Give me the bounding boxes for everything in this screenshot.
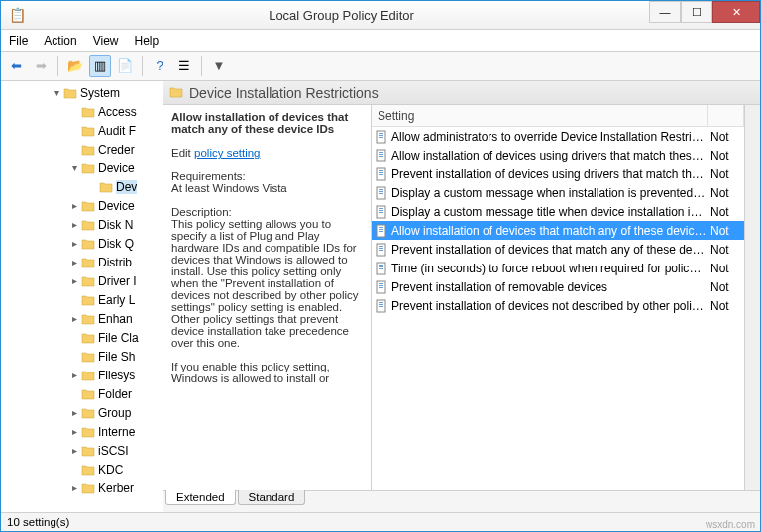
menu-help[interactable]: Help [135, 34, 160, 48]
tree-item[interactable]: File Cla [1, 328, 163, 347]
menu-action[interactable]: Action [44, 34, 76, 48]
column-setting[interactable]: Setting [372, 105, 708, 126]
list-row[interactable]: Display a custom message when installati… [372, 183, 744, 202]
tree-item-label: iSCSI [98, 444, 129, 458]
folder-icon [80, 370, 96, 381]
menu-file[interactable]: File [9, 34, 28, 48]
heading-row: Device Installation Restrictions [163, 81, 760, 105]
expand-icon[interactable]: ▸ [68, 407, 80, 418]
tree-item[interactable]: ▸iSCSI [1, 441, 163, 460]
help-button[interactable]: ? [149, 55, 170, 77]
svg-rect-9 [379, 170, 383, 171]
expand-icon[interactable]: ▸ [68, 482, 80, 493]
export-button[interactable]: 📄 [114, 55, 136, 77]
back-button[interactable]: ⬅ [5, 55, 27, 77]
folder-icon [80, 144, 96, 156]
list-row[interactable]: Prevent installation of devices using dr… [372, 164, 744, 183]
expand-icon[interactable]: ▾ [68, 162, 80, 173]
tab-extended[interactable]: Extended [165, 490, 236, 505]
tree-item[interactable]: ▸Driver I [1, 271, 163, 290]
list-row[interactable]: Allow installation of devices using driv… [372, 146, 744, 164]
list-row[interactable]: Display a custom message title when devi… [372, 202, 744, 221]
list-header[interactable]: Setting [372, 105, 744, 127]
up-button[interactable]: 📂 [64, 55, 86, 77]
list-row[interactable]: Time (in seconds) to force reboot when r… [372, 259, 744, 277]
tree-item[interactable]: Audit F [1, 121, 163, 140]
menu-view[interactable]: View [93, 34, 119, 48]
tree-item[interactable]: Early L [1, 290, 163, 309]
expand-icon[interactable]: ▸ [68, 200, 80, 211]
svg-rect-6 [379, 154, 383, 155]
policy-icon [372, 299, 391, 313]
tree-item-label: File Cla [98, 331, 139, 345]
tree-item[interactable]: ▸Interne [1, 422, 163, 441]
list-body[interactable]: Allow administrators to override Device … [372, 127, 744, 315]
edit-label: Edit [171, 147, 191, 159]
tree-item[interactable]: Creder [1, 140, 163, 159]
minimize-button[interactable]: — [649, 1, 681, 23]
list-row[interactable]: Allow administrators to override Device … [372, 127, 744, 146]
policy-setting-link[interactable]: policy setting [194, 147, 260, 159]
folder-icon [80, 313, 96, 325]
tree-item[interactable]: Access [1, 102, 163, 121]
tree-item-label: Creder [98, 143, 135, 157]
expand-icon[interactable]: ▸ [68, 445, 80, 456]
setting-state: Not [710, 299, 744, 313]
tree-item[interactable]: ▸Group [1, 403, 163, 422]
expand-icon[interactable]: ▸ [68, 313, 80, 324]
folder-icon [80, 407, 96, 419]
tree-item[interactable]: ▸Disk Q [1, 234, 163, 253]
expand-icon[interactable]: ▸ [68, 219, 80, 230]
tab-standard[interactable]: Standard [238, 490, 306, 505]
tree-item-label: KDC [98, 463, 123, 477]
setting-name: Prevent installation of devices that mat… [391, 243, 710, 257]
svg-rect-7 [379, 156, 383, 157]
tree-item[interactable]: KDC [1, 460, 163, 479]
close-button[interactable]: ✕ [712, 1, 760, 23]
folder-icon [80, 332, 96, 344]
tree-item[interactable]: ▸Kerber [1, 479, 163, 497]
tree-item[interactable]: ▸Enhan [1, 309, 163, 328]
list-row[interactable]: Allow installation of devices that match… [372, 221, 744, 240]
tree-item[interactable]: ▸Filesys [1, 366, 163, 384]
list-row[interactable]: Prevent installation of devices that mat… [372, 240, 744, 259]
tree-item-system[interactable]: ▾System [1, 83, 163, 102]
setting-state: Not [710, 243, 744, 257]
setting-name: Allow administrators to override Device … [391, 130, 710, 144]
list-row[interactable]: Prevent installation of devices not desc… [372, 296, 744, 315]
expand-icon[interactable]: ▸ [68, 275, 80, 286]
properties-button[interactable]: ☰ [173, 55, 195, 77]
maximize-button[interactable]: ☐ [681, 1, 712, 23]
policy-icon [372, 167, 391, 181]
tree-item-label: Group [98, 406, 131, 420]
tree-item[interactable]: ▸Device [1, 196, 163, 215]
forward-button[interactable]: ➡ [30, 55, 52, 77]
tree-item[interactable]: ▸Distrib [1, 253, 163, 271]
svg-rect-18 [379, 210, 383, 211]
filter-button[interactable]: ▼ [208, 55, 230, 77]
setting-name: Allow installation of devices that match… [391, 224, 710, 238]
svg-rect-29 [379, 265, 383, 266]
tree-item-label: Dev [116, 180, 137, 194]
policy-icon [372, 205, 391, 219]
list-row[interactable]: Prevent installation of removable device… [372, 277, 744, 296]
tree-item[interactable]: Dev [1, 177, 163, 196]
folder-icon [80, 351, 96, 363]
svg-rect-25 [379, 246, 383, 247]
expand-icon[interactable]: ▸ [68, 257, 80, 267]
tree-item[interactable]: ▾Device [1, 159, 163, 177]
tree-item[interactable]: ▸Disk N [1, 215, 163, 234]
tree-item[interactable]: Folder [1, 384, 163, 403]
expand-icon[interactable]: ▸ [68, 426, 80, 437]
policy-icon [372, 243, 391, 257]
tree-pane[interactable]: ▾SystemAccessAudit FCreder▾DeviceDev▸Dev… [1, 81, 163, 512]
tree-item-label: Folder [98, 387, 132, 401]
separator [57, 56, 58, 76]
expand-icon[interactable]: ▸ [68, 370, 80, 380]
scrollbar[interactable] [744, 105, 760, 490]
tree-item[interactable]: File Sh [1, 347, 163, 366]
expand-icon[interactable]: ▸ [68, 238, 80, 249]
watermark: wsxdn.com [706, 519, 755, 530]
column-state[interactable] [708, 105, 744, 126]
show-hide-tree-button[interactable]: ▥ [89, 55, 111, 77]
